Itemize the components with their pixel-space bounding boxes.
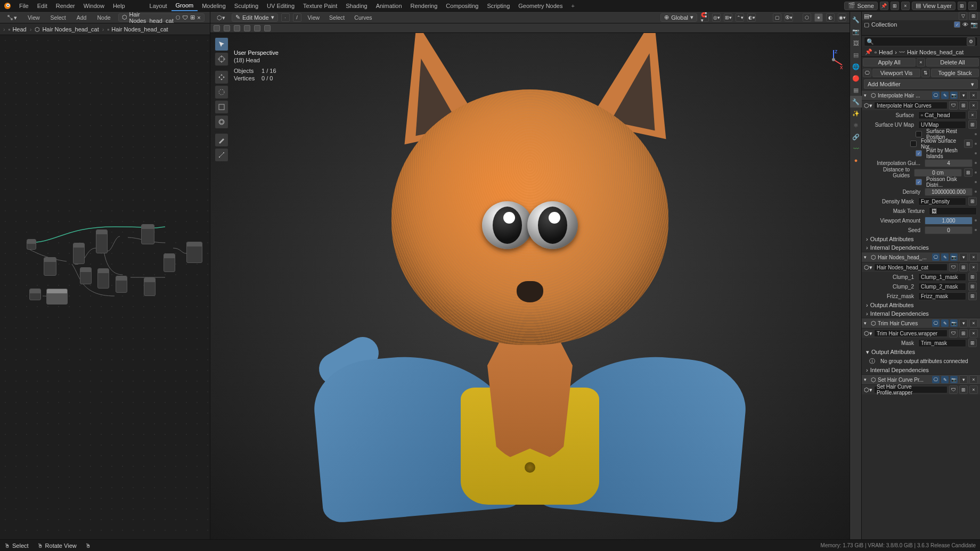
modifier-header-hairnodes[interactable]: ▾ ⬡ Hair Nodes_head_... 🖵 ✎ 📷 ▾ × [862,252,980,262]
node-menu-view[interactable]: View [24,13,43,22]
modifier-header-setprofile[interactable]: ▾ ⬡ Set Hair Curve Pr... 🖵 ✎ 📷 ▾ × [862,374,980,385]
realtime-toggle[interactable]: 🖵 [932,92,940,99]
node[interactable] [80,267,92,284]
unlink-button[interactable]: × [969,101,978,110]
tab-rendering[interactable]: Rendering [406,0,442,11]
camera-icon-small[interactable]: 📷 [970,21,978,28]
follow-normal-checkbox[interactable] [910,141,917,147]
vp-menu-curves[interactable]: Curves [351,13,375,22]
tab-layout[interactable]: Layout [145,0,172,11]
render-toggle[interactable]: 📷 [950,253,958,261]
search-input[interactable] [874,39,967,45]
bc-object-name[interactable]: Head [879,49,893,55]
modifier-dropdown[interactable]: ▾ [959,319,968,327]
node-group-name-field[interactable]: Hair Nodes_head_cat [874,264,948,271]
node-editor-canvas[interactable] [0,35,210,539]
seed-field[interactable]: 0 [925,226,973,234]
node[interactable] [97,268,109,289]
vp-menu-view[interactable]: View [305,13,323,22]
outliner-type-icon[interactable]: ▤▾ [864,13,872,20]
select-mode-2[interactable]: / [293,13,301,22]
viewlayer-selector[interactable]: ▤ View Layer [912,2,956,10]
mode-selector[interactable]: ✎ Edit Mode ▾ [232,13,278,22]
eye-icon[interactable]: 👁 [962,21,968,28]
density-field[interactable]: 10000000.000 [925,188,973,196]
new-collection-button[interactable]: ⊞ [969,12,978,20]
node-menu-select[interactable]: Select [47,13,69,22]
tab-object-icon[interactable]: ▦ [850,84,862,96]
output-attrs-header[interactable]: ›Output Attributes [862,235,980,243]
editmode-toggle[interactable]: ✎ [941,319,949,327]
menu-help[interactable]: Help [109,0,129,11]
options-dropdown[interactable]: ⌃▾ [736,13,744,22]
attr-toggle[interactable]: ⊞ [964,168,973,177]
tab-modeling[interactable]: Modeling [198,0,230,11]
menu-edit[interactable]: Edit [33,0,52,11]
filter-button[interactable]: ▽ [959,12,967,20]
apply-all-x[interactable]: × [917,58,925,67]
fake-user-button[interactable]: 🛡 [949,263,958,272]
menu-window[interactable]: Window [79,0,109,11]
pin-icon[interactable]: 📌 [865,48,872,55]
unlink-button[interactable]: × [969,385,978,394]
editmode-toggle[interactable]: ✎ [941,253,949,261]
vis-icon[interactable]: 🖵 [863,69,871,77]
int-deps-header[interactable]: ›Internal Dependencies [862,366,980,374]
scene-selector[interactable]: 🎬 Scene [844,2,878,10]
tab-geonodes[interactable]: Geometry Nodes [514,0,567,11]
clump2-field[interactable]: Clump_2_mask [918,283,966,291]
animate-dot[interactable] [975,229,977,231]
delete-all-button[interactable]: Delete All [926,58,979,67]
render-toggle[interactable]: 📷 [950,376,958,383]
sel-icon[interactable] [244,25,250,31]
tab-sculpting[interactable]: Sculpting [230,0,263,11]
properties-search[interactable]: 🔍 ⚙ [864,37,978,46]
viewlayer-delete-button[interactable]: × [968,2,977,10]
editmode-toggle[interactable]: ✎ [941,92,949,99]
overlays-toggle[interactable]: ◐▾ [747,13,756,22]
editor-type-button[interactable]: ▾ [3,13,20,22]
uvmap-field[interactable]: UVMap [918,121,966,129]
vp-amount-field[interactable]: 1.000 [925,217,973,225]
animate-dot[interactable] [975,152,977,154]
tab-scripting[interactable]: Scripting [483,0,514,11]
rest-pos-checkbox[interactable] [916,131,922,137]
node-group-name-field[interactable]: Set Hair Curve Profile.wrapper [874,386,948,393]
tab-add-button[interactable]: + [567,0,578,11]
xray-toggle[interactable]: ▢ [773,13,781,22]
modifier-close[interactable]: × [969,253,978,261]
output-attrs-header[interactable]: ›Output Attributes [862,301,980,309]
mask-tex-field[interactable]: 🖼 [929,207,977,215]
node-group-name-field[interactable]: Interpolate Hair Curves [874,102,948,109]
tab-uv[interactable]: UV Editing [263,0,299,11]
tab-render-icon[interactable]: 📷 [850,26,862,37]
tool-scale[interactable] [215,100,228,114]
options-icon[interactable]: ⚙ [967,37,975,46]
tool-transform[interactable] [215,115,228,129]
tab-scene-icon[interactable]: 🌐 [850,61,862,72]
overlay-toggle[interactable]: ⦿▾ [785,13,793,22]
node[interactable] [96,229,108,253]
tab-compositing[interactable]: Compositing [442,0,483,11]
tab-viewlayer-icon[interactable]: ▤ [850,49,862,61]
density-mask-field[interactable]: Fur_Density [918,198,966,205]
bc-nodetree[interactable]: ▫ Hair Nodes_head_cat [107,26,168,32]
attr-toggle[interactable]: ⊞ [968,197,977,205]
node[interactable] [73,243,85,264]
realtime-toggle[interactable]: 🖵 [932,376,940,383]
attr-toggle[interactable]: ⊞ [964,139,973,148]
node[interactable] [141,224,154,244]
chevron-down-icon[interactable]: ▾ [864,377,869,382]
tool-measure[interactable] [215,148,228,162]
modifier-dropdown[interactable]: ▾ [959,91,968,100]
fake-user-button[interactable]: 🛡 [949,101,958,110]
attr-toggle[interactable]: ⊞ [968,273,977,281]
animate-dot[interactable] [975,171,977,174]
tab-shading[interactable]: Shading [341,0,371,11]
node-menu-node[interactable]: Node [94,13,113,22]
animate-dot[interactable] [975,143,977,145]
tab-groom[interactable]: Groom [172,0,198,11]
unlink-button[interactable]: × [197,14,200,21]
menu-render[interactable]: Render [52,0,79,11]
scene-pin-button[interactable]: 📌 [880,2,888,10]
